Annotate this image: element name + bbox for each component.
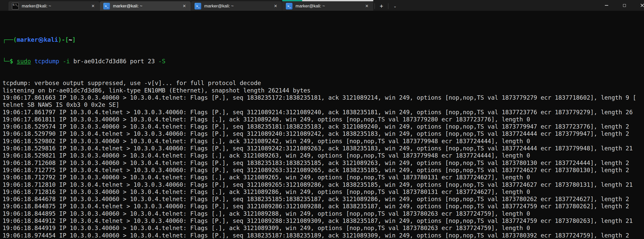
restore-button[interactable] <box>615 0 633 11</box>
tab-dropdown-chevron-icon[interactable]: ⌄ <box>389 2 401 11</box>
separator <box>388 3 388 9</box>
prompt-token: ] <box>72 36 76 43</box>
tab-close-icon[interactable]: ✕ <box>363 2 371 10</box>
terminal-output-line: 19:06:18.529574 IP 10.3.0.3.40060 > 10.3… <box>3 123 644 130</box>
terminal-output-line: 19:06:18.529821 IP 10.3.0.3.40060 > 10.3… <box>3 152 644 159</box>
terminal-output-line: 19:06:18.844912 IP 10.3.0.4.telnet > 10.… <box>3 217 644 224</box>
prompt-token: br-ae01dc7d3d86 port 23 <box>70 58 158 65</box>
prompt-token: )-[ <box>58 36 69 43</box>
terminal-output-line: listening on br-ae01dc7d3d86, link-type … <box>3 87 644 94</box>
terminal-tab[interactable]: >_ marker@kali: ~ ✕ <box>191 1 282 11</box>
terminal-output-line: 19:06:18.844875 IP 10.3.0.4.telnet > 10.… <box>3 203 644 210</box>
tab-progress-indicator-right <box>302 0 373 1</box>
prompt-token <box>59 58 63 65</box>
separator <box>375 3 375 9</box>
tab-title: marker@kali: ~ <box>113 4 180 9</box>
terminal-output: tcpdump: verbose output suppressed, use … <box>3 79 644 239</box>
terminal-output-line: 19:06:18.974454 IP 10.3.0.3.40060 > 10.3… <box>3 232 644 239</box>
prompt-token: -S <box>158 58 165 65</box>
tab-close-icon[interactable]: ✕ <box>180 2 188 10</box>
terminal-output-line: 19:06:18.529816 IP 10.3.0.4.telnet > 10.… <box>3 145 644 152</box>
terminal-output-line: 19:06:18.529790 IP 10.3.0.4.telnet > 10.… <box>3 130 644 137</box>
minimize-icon <box>605 5 608 6</box>
terminal-tab[interactable]: >_ marker@kali: ~ ✕ <box>100 1 191 11</box>
powershell-icon: >_ <box>103 3 110 9</box>
terminal-tab[interactable]: >_ marker@kali: ~ ✕ <box>282 1 373 11</box>
prompt-token: ┌──( <box>3 36 17 43</box>
minimize-button[interactable] <box>597 0 615 11</box>
prompt-token <box>31 58 35 65</box>
prompt-token: -i <box>63 58 70 65</box>
prompt-line-1: ┌──(marker㉿kali)-[~] <box>3 36 644 43</box>
tab-bar-tabs: C:\_ marker@kali: ~ ✕ >_ marker@kali: ~ … <box>8 0 374 11</box>
restore-icon <box>623 4 626 7</box>
tab-title: marker@kali: ~ <box>22 4 89 9</box>
terminal-output-line: 19:06:18.712810 IP 10.3.0.4.telnet > 10.… <box>3 181 644 188</box>
terminal-output-line: 19:06:18.712792 IP 10.3.0.3.40060 > 10.3… <box>3 174 644 181</box>
prompt-token: marker㉿kali <box>17 36 58 43</box>
window-controls <box>597 0 644 11</box>
terminal-output-line: telnet SB NAWS IS 0xb3 0 0x2e SE] <box>3 101 644 108</box>
close-button[interactable] <box>633 0 644 11</box>
tab-close-icon[interactable]: ✕ <box>89 2 97 10</box>
terminal-output-line: 19:06:17.861797 IP 10.3.0.4.telnet > 10.… <box>3 109 644 116</box>
terminal-output-line: 19:06:18.844919 IP 10.3.0.3.40060 > 10.3… <box>3 224 644 232</box>
cmd-icon: C:\_ <box>12 3 19 9</box>
terminal-output-line: 19:06:18.712608 IP 10.3.0.3.40060 > 10.3… <box>3 159 644 167</box>
prompt-token: tcpdump <box>35 58 59 65</box>
tab-progress-indicator-left <box>282 0 302 1</box>
terminal-output-line: 19:06:18.529802 IP 10.3.0.3.40060 > 10.3… <box>3 138 644 145</box>
terminal-output-line: 19:06:17.861811 IP 10.3.0.3.40060 > 10.3… <box>3 116 644 123</box>
terminal-output-line: 19:06:18.712816 IP 10.3.0.3.40060 > 10.3… <box>3 188 644 195</box>
close-icon <box>640 3 644 7</box>
terminal-screen[interactable]: ┌──(marker㉿kali)-[~] └─$ sudo tcpdump -i… <box>0 11 644 239</box>
terminal-tab[interactable]: C:\_ marker@kali: ~ ✕ <box>8 1 99 11</box>
tab-close-icon[interactable]: ✕ <box>272 2 279 10</box>
terminal-output-line: 19:06:17.861663 IP 10.3.0.3.40060 > 10.3… <box>3 94 644 101</box>
prompt-token: └─ <box>3 58 10 65</box>
terminal-output-line: 19:06:18.844678 IP 10.3.0.3.40060 > 10.3… <box>3 195 644 203</box>
prompt-token: ~ <box>69 36 72 43</box>
tab-title: marker@kali: ~ <box>204 4 272 9</box>
prompt-token: $ <box>10 58 17 65</box>
new-tab-button[interactable]: + <box>376 2 387 11</box>
prompt-line-2: └─$ sudo tcpdump -i br-ae01dc7d3d86 port… <box>3 58 644 65</box>
titlebar-drag-area <box>0 0 8 11</box>
powershell-icon: >_ <box>195 3 201 9</box>
tab-progress-indicator <box>282 0 373 1</box>
tab-title: marker@kali: ~ <box>296 4 363 9</box>
powershell-icon: >_ <box>286 3 292 9</box>
terminal-output-line: tcpdump: verbose output suppressed, use … <box>3 79 644 87</box>
tab-bar-actions: + ⌄ <box>374 1 401 11</box>
terminal-output-line: 19:06:18.844895 IP 10.3.0.3.40060 > 10.3… <box>3 210 644 217</box>
titlebar: C:\_ marker@kali: ~ ✕ >_ marker@kali: ~ … <box>0 0 644 11</box>
prompt-token: sudo <box>17 58 31 65</box>
terminal-output-line: 19:06:18.712775 IP 10.3.0.4.telnet > 10.… <box>3 167 644 174</box>
